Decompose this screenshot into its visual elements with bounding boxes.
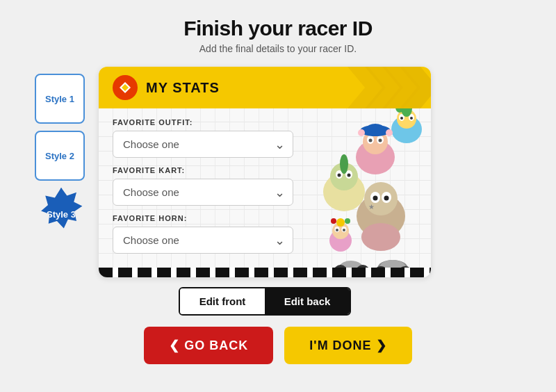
edit-back-button[interactable]: Edit back [265, 288, 350, 314]
svg-point-52 [356, 265, 370, 268]
horn-select-wrapper[interactable]: Choose one Default Horn Star Horn ⌄ [113, 227, 293, 254]
edit-toggle: Edit front Edit back [179, 287, 351, 316]
diamond-icon [118, 81, 132, 95]
outfit-label: FAVORITE OUTFIT: [113, 118, 417, 126]
svg-point-48 [338, 261, 363, 268]
svg-point-12 [401, 108, 412, 117]
main-area: Style 1 Style 2 Style 3 MY STATS [35, 67, 521, 316]
svg-point-55 [380, 260, 405, 268]
svg-point-13 [395, 108, 404, 113]
svg-point-50 [334, 265, 348, 268]
horn-select[interactable]: Choose one Default Horn Star Horn [113, 227, 293, 254]
card-title: MY STATS [146, 80, 220, 96]
racer-card: MY STATS FAVORITE OUTFIT: [99, 67, 431, 277]
kart-select-wrapper[interactable]: Choose one Standard Kart Pipe Frame ⌄ [113, 179, 293, 206]
horn-label: FAVORITE HORN: [113, 214, 417, 222]
header-arrows [348, 67, 431, 108]
kart-field-group: FAVORITE KART: Choose one Standard Kart … [113, 166, 417, 206]
outfit-select-wrapper[interactable]: Choose one Mario Luigi Peach ⌄ [113, 131, 293, 158]
bottom-buttons: ❮ GO BACK I'M DONE ❯ [144, 327, 411, 364]
style-selector: Style 1 Style 2 Style 3 [35, 74, 88, 240]
outfit-select[interactable]: Choose one Mario Luigi Peach [113, 131, 293, 158]
card-body: FAVORITE OUTFIT: Choose one Mario Luigi … [99, 108, 431, 268]
card-header: MY STATS [99, 67, 431, 108]
im-done-button[interactable]: I'M DONE ❯ [284, 327, 411, 364]
style-button-1[interactable]: Style 1 [35, 74, 85, 124]
svg-point-54 [377, 260, 408, 268]
page-header: Finish your racer ID Add the final detai… [183, 0, 373, 60]
page-title: Finish your racer ID [183, 17, 373, 40]
style-button-2[interactable]: Style 2 [35, 131, 85, 181]
card-dashes [99, 268, 431, 277]
page-subtitle: Add the final details to your racer ID. [183, 43, 373, 54]
svg-point-56 [373, 266, 389, 268]
edit-front-button[interactable]: Edit front [180, 288, 265, 314]
kart-select[interactable]: Choose one Standard Kart Pipe Frame [113, 179, 293, 206]
kart-label: FAVORITE KART: [113, 166, 417, 174]
go-back-button[interactable]: ❮ GO BACK [144, 327, 273, 364]
chevron-arrows-icon [348, 67, 431, 108]
header-icon [113, 75, 138, 100]
svg-point-49 [341, 261, 361, 268]
horn-field-group: FAVORITE HORN: Choose one Default Horn S… [113, 214, 417, 254]
svg-point-58 [398, 266, 413, 268]
outfit-field-group: FAVORITE OUTFIT: Choose one Mario Luigi … [113, 118, 417, 158]
style-button-3[interactable]: Style 3 [35, 188, 88, 240]
